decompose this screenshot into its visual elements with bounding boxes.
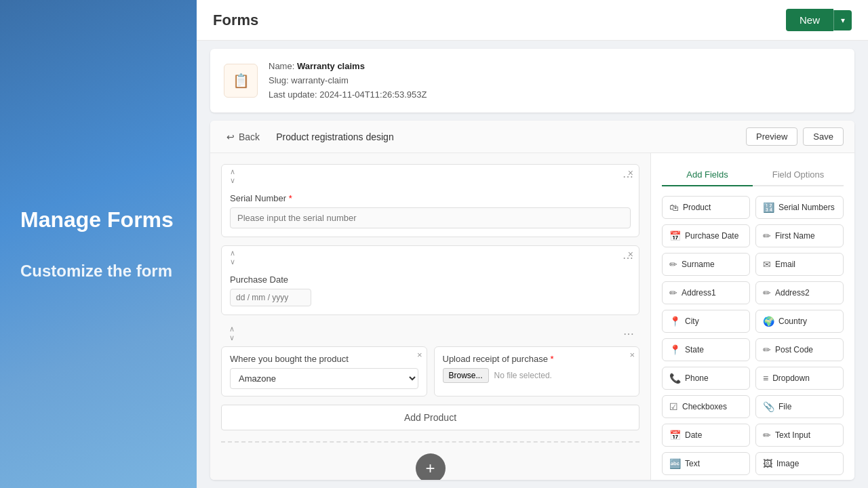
field-pill-icon-email: ✉ [763,259,771,270]
purchase-date-arrows: ∧ ∨ [227,249,238,266]
field-pill-purchase-date[interactable]: 📅Purchase Date [662,224,750,247]
field-pill-label-product: Product [683,203,711,212]
serial-number-up[interactable]: ∧ [227,167,238,176]
field-pill-label-text: Text [685,459,700,468]
field-pill-country[interactable]: 🌍Country [755,310,844,333]
field-pill-label-date: Date [685,430,702,440]
sidebar: Manage Forms Customize the form [0,0,197,488]
purchase-date-label: Purchase Date [230,274,631,285]
preview-button[interactable]: Preview [746,127,797,146]
field-pill-icon-address2: ✏ [763,287,771,298]
field-pill-phone[interactable]: 📞Phone [662,367,750,390]
design-nav: ↩ Back Product registrations design [221,129,394,145]
field-pill-label-address2: Address2 [775,288,810,298]
field-pill-label-purchase-date: Purchase Date [685,231,738,241]
product-row-menu[interactable]: ⋯ [623,327,634,340]
field-pill-icon-purchase-date: 📅 [669,230,681,241]
serial-number-label: Serial Number * [230,193,631,203]
serial-number-down[interactable]: ∨ [227,176,238,185]
serial-number-field: ∧ ∨ ⋯ × Serial Number * [221,164,639,237]
field-pill-text[interactable]: 🔤Text [662,452,750,475]
field-pill-email[interactable]: ✉Email [755,253,844,276]
back-button[interactable]: ↩ Back [221,129,265,145]
field-pill-date[interactable]: 📅Date [662,424,750,447]
right-panel-tabs: Add Fields Field Options [662,164,844,186]
field-pill-file[interactable]: 📎File [755,395,844,418]
upload-receipt-label: Upload receipt of purchase * [443,354,631,364]
field-pill-icon-dropdown: ≡ [763,373,768,384]
add-product-button[interactable]: Add Product [221,405,639,430]
field-pill-state[interactable]: 📍State [662,338,750,361]
add-section-button[interactable]: + [416,453,446,480]
back-icon: ↩ [226,131,235,142]
back-label: Back [239,131,260,142]
field-pill-serial-numbers[interactable]: 🔢Serial Numbers [755,196,844,219]
field-pill-label-serial-numbers: Serial Numbers [778,203,835,212]
field-pill-label-image: Image [776,459,799,468]
form-name-value: Warranty claims [297,61,365,71]
tab-add-fields[interactable]: Add Fields [662,164,753,186]
upload-field: Browse... No file selected. [443,368,631,383]
field-pill-label-file: File [778,402,791,411]
field-pill-icon-file: 📎 [763,401,774,412]
purchase-date-input[interactable] [230,289,311,306]
form-update: Last update: 2024-11-04T11:26:53.953Z [269,88,427,102]
field-pill-address1[interactable]: ✏Address1 [662,281,750,304]
new-button[interactable]: New [786,9,833,31]
field-pill-label-checkboxes: Checkboxes [682,402,727,411]
field-pill-icon-post-code: ✏ [763,344,771,355]
purchase-date-close[interactable]: × [628,249,633,260]
field-pill-icon-checkboxes: ☑ [669,401,678,412]
field-pill-checkboxes[interactable]: ☑Checkboxes [662,395,750,418]
field-pill-label-address1: Address1 [682,288,716,298]
form-builder: ∧ ∨ ⋯ × Serial Number * ∧ [210,153,651,480]
field-pill-surname[interactable]: ✏Surname [662,253,750,276]
field-pill-first-name[interactable]: ✏First Name [755,224,844,247]
field-pill-icon-text-input: ✏ [763,430,771,441]
field-pill-label-country: Country [778,317,807,326]
field-pill-text-input[interactable]: ✏Text Input [755,424,844,447]
product-row: × Where you bought the product Amazone e… [221,346,639,396]
field-pill-icon-phone: 📞 [669,373,681,384]
purchase-date-up[interactable]: ∧ [227,249,238,258]
field-pill-dropdown[interactable]: ≡Dropdown [755,367,844,390]
field-pill-icon-image: 🖼 [763,458,772,469]
design-panel: ↩ Back Product registrations design Prev… [210,121,854,480]
top-bar: Forms New ▾ [197,0,868,41]
field-pill-icon-city: 📍 [669,316,681,327]
where-bought-close[interactable]: × [417,350,422,360]
field-pill-city[interactable]: 📍City [662,310,750,333]
new-btn-group: New ▾ [786,9,852,31]
product-row-up[interactable]: ∧ [226,325,237,333]
field-pill-icon-date: 📅 [669,430,681,441]
field-pill-label-first-name: First Name [775,231,815,241]
form-card: 📋 Name: Warranty claims Slug: warranty-c… [210,49,854,113]
field-pill-image[interactable]: 🖼Image [755,452,844,475]
product-row-down[interactable]: ∨ [226,333,237,342]
form-slug-value: warranty-claim [291,75,349,85]
purchase-date-header: ∧ ∨ ⋯ [222,246,639,269]
where-bought-select[interactable]: Amazone eBay Amazon Other [230,368,418,389]
design-panel-header: ↩ Back Product registrations design Prev… [210,121,854,153]
upload-receipt-close[interactable]: × [629,350,635,360]
serial-number-input[interactable] [230,207,631,228]
product-row-wrapper: ∧ ∨ ⋯ × Where you bought the product Ama… [221,323,639,396]
field-pill-product[interactable]: 🛍Product [662,196,750,219]
serial-number-required: * [289,193,292,203]
serial-number-inner: × Serial Number * [222,188,639,237]
tab-field-options[interactable]: Field Options [753,164,844,186]
field-pill-post-code[interactable]: ✏Post Code [755,338,844,361]
form-meta: Name: Warranty claims Slug: warranty-cla… [269,60,427,102]
new-dropdown-button[interactable]: ▾ [833,10,852,30]
design-tab-label: Product registrations design [276,131,394,142]
browse-button[interactable]: Browse... [443,368,489,383]
save-button[interactable]: Save [803,127,844,146]
field-pill-icon-surname: ✏ [669,259,677,270]
purchase-date-field: ∧ ∨ ⋯ × Purchase Date [221,245,639,315]
field-pill-address2[interactable]: ✏Address2 [755,281,844,304]
field-pill-label-email: Email [775,260,795,269]
serial-number-header: ∧ ∨ ⋯ [222,165,639,188]
serial-number-close[interactable]: × [628,167,633,178]
purchase-date-down[interactable]: ∨ [227,258,238,266]
field-pill-icon-state: 📍 [669,344,681,355]
